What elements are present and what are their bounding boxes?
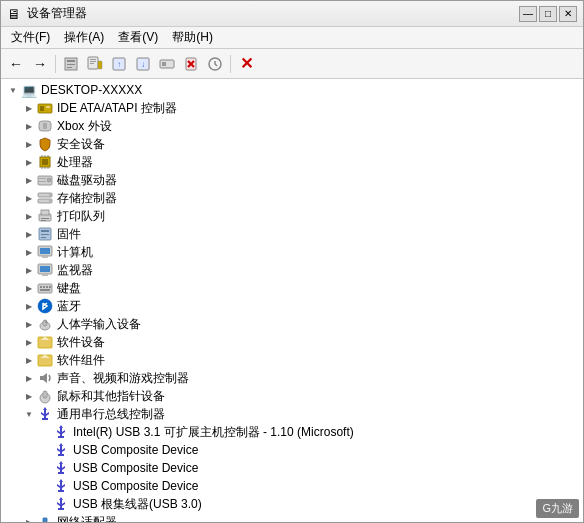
xbox-expand[interactable]	[21, 118, 37, 134]
svg-rect-46	[41, 234, 49, 235]
monitor-expand[interactable]	[21, 262, 37, 278]
svg-rect-49	[40, 248, 50, 254]
usb-comp2-label: USB Composite Device	[73, 461, 198, 475]
mouse-expand[interactable]	[21, 388, 37, 404]
toolbar-separator-2	[230, 55, 231, 73]
usb-intel-label: Intel(R) USB 3.1 可扩展主机控制器 - 1.10 (Micros…	[73, 424, 354, 441]
network-expand[interactable]	[21, 514, 37, 522]
tree-item-usb-ctrl[interactable]: 通用串行总线控制器	[1, 405, 583, 423]
tree-item-security[interactable]: 安全设备	[1, 135, 583, 153]
software-comp-expand[interactable]	[21, 352, 37, 368]
back-button[interactable]: ←	[5, 53, 27, 75]
scan-button[interactable]	[84, 53, 106, 75]
computer-expand[interactable]	[21, 244, 37, 260]
scan-hardware-button[interactable]	[204, 53, 226, 75]
device-tree: 💻 DESKTOP-XXXXX IDE ATA/ATAPI 控制器 Xbo	[1, 81, 583, 522]
tree-item-software-comp[interactable]: 软件组件	[1, 351, 583, 369]
uninstall-button[interactable]	[180, 53, 202, 75]
usb-comp2-icon	[53, 460, 69, 476]
tree-item-monitor[interactable]: 监视器	[1, 261, 583, 279]
hid-icon	[37, 316, 53, 332]
minimize-button[interactable]: —	[519, 6, 537, 22]
hid-expand[interactable]	[21, 316, 37, 332]
main-content[interactable]: 💻 DESKTOP-XXXXX IDE ATA/ATAPI 控制器 Xbo	[1, 79, 583, 522]
tree-item-usb-comp2[interactable]: USB Composite Device	[1, 459, 583, 477]
menu-view[interactable]: 查看(V)	[112, 27, 164, 48]
usb-ctrl-expand[interactable]	[21, 406, 37, 422]
delete-button[interactable]: ✕	[235, 53, 257, 75]
ide-label: IDE ATA/ATAPI 控制器	[57, 100, 177, 117]
firmware-expand[interactable]	[21, 226, 37, 242]
tree-item-bluetooth[interactable]: 蓝牙	[1, 297, 583, 315]
software-dev-expand[interactable]	[21, 334, 37, 350]
security-expand[interactable]	[21, 136, 37, 152]
tree-item-hid[interactable]: 人体学输入设备	[1, 315, 583, 333]
keyboard-icon	[37, 280, 53, 296]
close-button[interactable]: ✕	[559, 6, 577, 22]
title-bar-buttons: — □ ✕	[519, 6, 577, 22]
tree-root[interactable]: 💻 DESKTOP-XXXXX	[1, 81, 583, 99]
disk-expand[interactable]	[21, 172, 37, 188]
print-expand[interactable]	[21, 208, 37, 224]
properties-button[interactable]	[60, 53, 82, 75]
tree-item-usb-hub[interactable]: USB 根集线器(USB 3.0)	[1, 495, 583, 513]
bluetooth-expand[interactable]	[21, 298, 37, 314]
tree-item-print[interactable]: 打印队列	[1, 207, 583, 225]
svg-point-38	[49, 194, 51, 196]
svg-rect-8	[98, 61, 102, 69]
audio-expand[interactable]	[21, 370, 37, 386]
menu-file[interactable]: 文件(F)	[5, 27, 56, 48]
svg-rect-7	[90, 63, 94, 64]
ide-expand[interactable]	[21, 100, 37, 116]
tree-item-ide[interactable]: IDE ATA/ATAPI 控制器	[1, 99, 583, 117]
tree-item-mouse[interactable]: 鼠标和其他指针设备	[1, 387, 583, 405]
tree-item-usb-comp3[interactable]: USB Composite Device	[1, 477, 583, 495]
maximize-button[interactable]: □	[539, 6, 557, 22]
tree-item-xbox[interactable]: Xbox 外设	[1, 117, 583, 135]
tree-item-firmware[interactable]: 固件	[1, 225, 583, 243]
menu-action[interactable]: 操作(A)	[58, 27, 110, 48]
cpu-expand[interactable]	[21, 154, 37, 170]
tree-item-computer[interactable]: 计算机	[1, 243, 583, 261]
firmware-icon	[37, 226, 53, 242]
svg-rect-21	[46, 106, 50, 108]
driver-update-button[interactable]: ↑	[108, 53, 130, 75]
tree-item-disk[interactable]: 磁盘驱动器	[1, 171, 583, 189]
keyboard-expand[interactable]	[21, 280, 37, 296]
svg-rect-43	[41, 220, 46, 221]
toolbar: ← → ↑ ↓ ✕	[1, 49, 583, 79]
bluetooth-label: 蓝牙	[57, 298, 81, 315]
network-icon	[37, 514, 53, 522]
storage-label: 存储控制器	[57, 190, 117, 207]
svg-point-33	[47, 178, 51, 182]
tree-item-cpu[interactable]: 处理器	[1, 153, 583, 171]
tree-item-storage[interactable]: 存储控制器	[1, 189, 583, 207]
tree-item-software-dev[interactable]: 软件设备	[1, 333, 583, 351]
title-bar: 🖥 设备管理器 — □ ✕	[1, 1, 583, 27]
rollback-button[interactable]: ↓	[132, 53, 154, 75]
tree-item-usb-comp1[interactable]: USB Composite Device	[1, 441, 583, 459]
usb-comp1-icon	[53, 442, 69, 458]
root-expand[interactable]	[5, 82, 21, 98]
forward-button[interactable]: →	[29, 53, 51, 75]
cpu-icon	[37, 154, 53, 170]
svg-rect-23	[43, 123, 47, 129]
svg-rect-50	[42, 256, 48, 258]
svg-rect-52	[40, 266, 50, 272]
storage-expand[interactable]	[21, 190, 37, 206]
disable-button[interactable]	[156, 53, 178, 75]
usb-comp3-label: USB Composite Device	[73, 479, 198, 493]
svg-rect-47	[41, 237, 46, 238]
toolbar-separator-1	[55, 55, 56, 73]
usb-hub-label: USB 根集线器(USB 3.0)	[73, 496, 202, 513]
svg-rect-3	[67, 67, 72, 68]
computer-dev-icon	[37, 244, 53, 260]
print-label: 打印队列	[57, 208, 105, 225]
svg-text:↓: ↓	[141, 60, 145, 69]
tree-item-audio[interactable]: 声音、视频和游戏控制器	[1, 369, 583, 387]
tree-item-network[interactable]: 网络适配器	[1, 513, 583, 522]
tree-item-keyboard[interactable]: 键盘	[1, 279, 583, 297]
tree-item-usb-intel[interactable]: Intel(R) USB 3.1 可扩展主机控制器 - 1.10 (Micros…	[1, 423, 583, 441]
svg-text:↑: ↑	[117, 60, 121, 69]
menu-help[interactable]: 帮助(H)	[166, 27, 219, 48]
